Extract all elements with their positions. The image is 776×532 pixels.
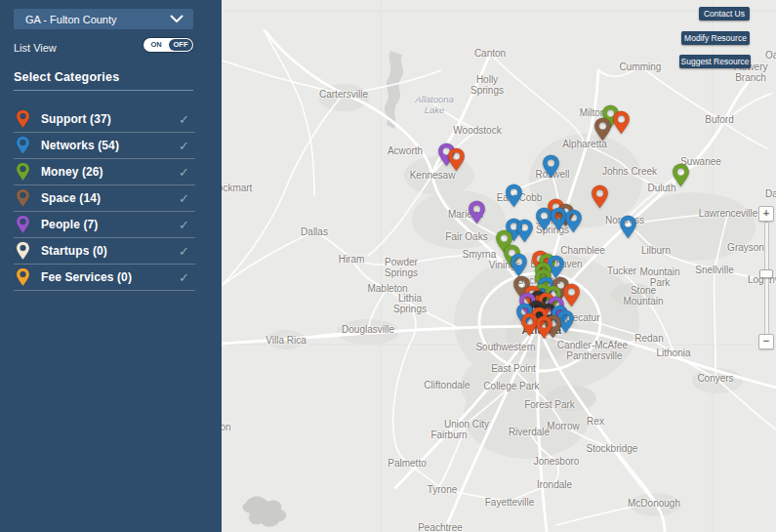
category-row-support[interactable]: Support (37)✓ — [14, 106, 195, 133]
sidebar: GA - Fulton County List View ON OFF Sele… — [0, 0, 222, 532]
category-label: Money (26) — [41, 165, 179, 179]
category-label: Fee Services (0) — [41, 270, 179, 284]
toggle-off-label: OFF — [169, 39, 192, 51]
money-pin-icon — [16, 162, 30, 182]
map-marker[interactable] — [612, 110, 631, 135]
networks-pin-icon — [16, 136, 30, 155]
map-marker[interactable] — [505, 184, 523, 208]
zoom-slider-track[interactable] — [764, 222, 769, 335]
fee-services-pin-icon — [16, 267, 30, 287]
map-marker[interactable] — [564, 209, 583, 233]
app-window: CantonHolly SpringsCummingOakwoodFlowery… — [0, 0, 776, 532]
zoom-in-button[interactable]: + — [758, 206, 774, 222]
map-marker[interactable] — [593, 117, 612, 142]
select-categories-title: Select Categories — [14, 70, 119, 84]
list-view-toggle[interactable]: ON OFF — [143, 38, 193, 52]
title-divider — [14, 90, 193, 91]
toggle-on-label: ON — [143, 38, 169, 52]
category-row-networks[interactable]: Networks (54)✓ — [14, 133, 195, 159]
list-view-label: List View — [14, 42, 57, 54]
map-marker[interactable] — [672, 163, 690, 187]
category-row-money[interactable]: Money (26)✓ — [14, 159, 195, 185]
map-marker[interactable] — [542, 154, 560, 179]
check-icon[interactable]: ✓ — [179, 244, 189, 259]
startups-pin-icon — [16, 241, 30, 261]
map-marker[interactable] — [510, 253, 528, 277]
category-row-people[interactable]: People (7)✓ — [14, 212, 195, 238]
contact-us-button[interactable]: Contact Us — [699, 7, 750, 20]
map-marker[interactable] — [447, 147, 466, 172]
category-label: Support (37) — [41, 112, 179, 126]
category-row-fee-services[interactable]: Fee Services (0)✓ — [14, 265, 195, 291]
check-icon[interactable]: ✓ — [179, 191, 189, 206]
support-pin-icon — [16, 109, 30, 129]
check-icon[interactable]: ✓ — [179, 165, 189, 180]
region-dropdown-value: GA - Fulton County — [25, 14, 170, 25]
map-marker[interactable] — [535, 315, 553, 340]
category-row-startups[interactable]: Startups (0)✓ — [14, 238, 195, 265]
zoom-slider-handle[interactable] — [759, 269, 773, 278]
category-label: People (7) — [41, 218, 179, 231]
check-icon[interactable]: ✓ — [179, 112, 189, 127]
check-icon[interactable]: ✓ — [179, 270, 189, 285]
map-marker[interactable] — [619, 215, 637, 239]
check-icon[interactable]: ✓ — [179, 218, 189, 232]
space-pin-icon — [16, 188, 30, 208]
check-icon[interactable]: ✓ — [179, 139, 189, 153]
map-marker[interactable] — [515, 219, 534, 243]
category-label: Space (14) — [41, 191, 179, 205]
category-label: Startups (0) — [41, 244, 179, 258]
modify-resource-button[interactable]: Modify Resource — [681, 31, 750, 45]
category-row-space[interactable]: Space (14)✓ — [14, 185, 195, 212]
category-label: Networks (54) — [41, 139, 179, 152]
people-pin-icon — [16, 215, 30, 234]
chevron-down-icon — [170, 15, 184, 23]
category-list: Support (37)✓Networks (54)✓Money (26)✓Sp… — [14, 106, 195, 291]
suggest-resource-button[interactable]: Suggest Resource — [679, 55, 751, 68]
region-dropdown[interactable]: GA - Fulton County — [14, 9, 193, 29]
zoom-out-button[interactable]: − — [758, 334, 774, 349]
list-view-row: List View ON OFF — [14, 38, 193, 54]
map-marker[interactable] — [591, 184, 609, 209]
map-marker[interactable] — [468, 200, 486, 225]
